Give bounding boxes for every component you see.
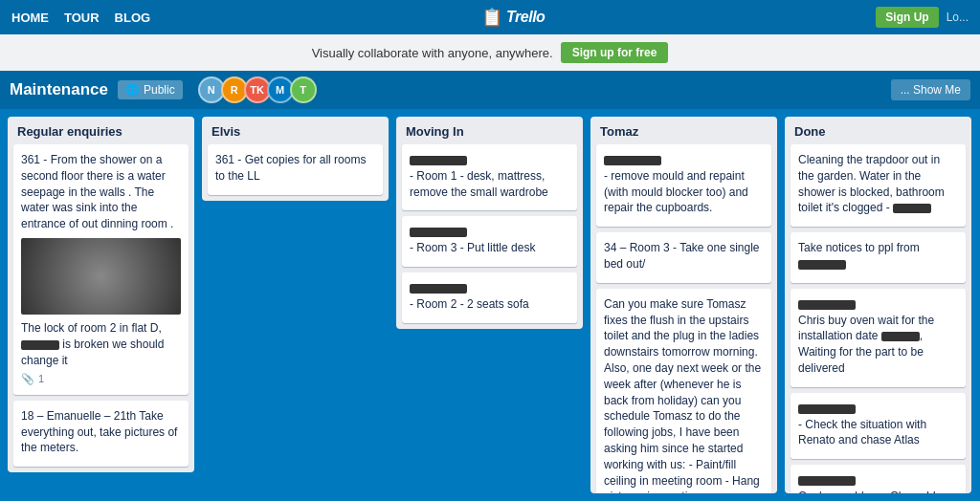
card-emanuelle[interactable]: 18 – Emanuelle – 21th Take everything ou… (13, 401, 189, 467)
promo-bar: Visually collaborate with anyone, anywhe… (0, 34, 980, 71)
list-title-done: Done (785, 117, 971, 144)
show-me-button[interactable]: ... Show Me (891, 79, 970, 100)
card-text: - Check the situation with Renato and ch… (798, 417, 958, 449)
card-text: - remove mould and repaint (with mould b… (604, 168, 764, 216)
board-area: Regular enquiries 361 - From the shower … (0, 109, 980, 501)
trello-logo: 📋 Trello (481, 7, 545, 28)
top-nav: HOME TOUR BLOG 📋 Trello Sign Up Lo... (0, 0, 980, 34)
list-regular-enquiries: Regular enquiries 361 - From the shower … (8, 117, 194, 472)
list-elvis: Elvis 361 - Get copies for all rooms to … (202, 117, 389, 201)
globe-icon: 🌐 (125, 83, 140, 97)
card-text: Cleaning the trapdoor out in the garden.… (798, 152, 958, 216)
redacted-name (21, 340, 59, 350)
card-mould[interactable]: - remove mould and repaint (with mould b… (596, 144, 771, 227)
card-chris-oven[interactable]: Chris buy oven wait for the installation… (791, 289, 966, 387)
list-title-tomaz: Tomaz (590, 117, 777, 144)
card-renato-atlas[interactable]: - Check the situation with Renato and ch… (791, 393, 966, 459)
list-cards-moving-in: - Room 1 - desk, mattress, remove the sm… (396, 144, 583, 329)
trello-logo-text: Trello (506, 9, 545, 26)
list-cards-elvis: 361 - Get copies for all rooms to the LL (202, 144, 389, 201)
card-text: 34 – Room 3 - Take one single bed out/ (604, 240, 764, 272)
login-link[interactable]: Lo... (947, 11, 969, 24)
list-tomaz: Tomaz - remove mould and repaint (with m… (590, 117, 777, 493)
card-room1[interactable]: - Room 1 - desk, mattress, remove the sm… (402, 144, 577, 210)
list-cards-done: Cleaning the trapdoor out in the garden.… (785, 144, 971, 493)
redacted-name (604, 156, 661, 165)
list-title-elvis: Elvis (202, 117, 389, 144)
badge-count: 1 (38, 372, 44, 386)
board-header: Maintenance 🌐 Public N R TK M T ... Show… (0, 71, 980, 109)
list-moving-in: Moving In - Room 1 - desk, mattress, rem… (396, 117, 583, 329)
card-tomaz-long[interactable]: Can you make sure Tomasz fixes the flush… (596, 289, 771, 493)
member-avatars: N R TK M T (198, 76, 313, 103)
redacted-name (410, 284, 467, 294)
nav-tour[interactable]: TOUR (64, 11, 100, 25)
nav-home[interactable]: HOME (11, 11, 49, 25)
list-title-moving-in: Moving In (396, 117, 583, 144)
card-text: 361 - From the shower on a second floor … (21, 152, 181, 232)
redacted-name (798, 260, 846, 270)
redacted-name (893, 204, 931, 213)
card-copies[interactable]: 361 - Get copies for all rooms to the LL (208, 144, 383, 195)
card-room3-desk[interactable]: - Room 3 - Put little desk (402, 216, 577, 267)
card-image (21, 238, 181, 315)
card-badge: 📎 1 (21, 372, 181, 386)
card-cooker[interactable]: Cooker problem - Chase LL email (791, 465, 966, 493)
visibility-label: Public (144, 83, 175, 97)
nav-right: Sign Up Lo... (876, 7, 969, 28)
list-done: Done Cleaning the trapdoor out in the ga… (785, 117, 971, 493)
nav-links: HOME TOUR BLOG (11, 11, 150, 25)
card-text: - Room 3 - Put little desk (410, 240, 569, 256)
card-text: Cooker problem - Chase LL email (798, 489, 958, 493)
card-single-bed[interactable]: 34 – Room 3 - Take one single bed out/ (596, 232, 771, 283)
redacted-name (410, 156, 467, 165)
card-room2-sofa[interactable]: - Room 2 - 2 seats sofa (402, 272, 577, 323)
signup-button[interactable]: Sign Up (876, 7, 938, 28)
list-cards-tomaz: - remove mould and repaint (with mould b… (590, 144, 777, 493)
redacted-name (798, 300, 856, 310)
card-text: Take notices to ppl from (798, 240, 958, 272)
card-text: 361 - Get copies for all rooms to the LL (215, 152, 375, 185)
card-shower[interactable]: 361 - From the shower on a second floor … (13, 144, 189, 395)
redacted-name (798, 476, 856, 486)
redacted-name (410, 228, 467, 237)
trello-board-icon: 📋 (481, 7, 502, 28)
redacted-name (881, 332, 920, 341)
card-text: - Room 2 - 2 seats sofa (410, 296, 569, 313)
promo-signup-button[interactable]: Sign up for free (561, 42, 669, 63)
card-text: Chris buy oven wait for the installation… (798, 313, 958, 377)
list-title-regular-enquiries: Regular enquiries (8, 117, 194, 144)
nav-blog[interactable]: BLOG (115, 11, 151, 25)
card-text: 18 – Emanuelle – 21th Take everything ou… (21, 408, 181, 456)
promo-text: Visually collaborate with anyone, anywhe… (312, 46, 553, 60)
paperclip-icon: 📎 (21, 372, 34, 386)
avatar-T[interactable]: T (290, 76, 317, 103)
card-notices[interactable]: Take notices to ppl from (791, 232, 966, 283)
card-text: - Room 1 - desk, mattress, remove the sm… (410, 168, 569, 201)
card-trapdoor[interactable]: Cleaning the trapdoor out in the garden.… (791, 144, 966, 227)
list-cards-regular-enquiries: 361 - From the shower on a second floor … (8, 144, 194, 472)
board-visibility-button[interactable]: 🌐 Public (118, 80, 183, 99)
card-text: Can you make sure Tomasz fixes the flush… (604, 296, 764, 493)
board-title: Maintenance (10, 80, 108, 99)
redacted-name (798, 404, 856, 414)
card-image-content (21, 238, 181, 315)
card-footer-text: The lock of room 2 in flat D, is broken … (21, 320, 181, 368)
